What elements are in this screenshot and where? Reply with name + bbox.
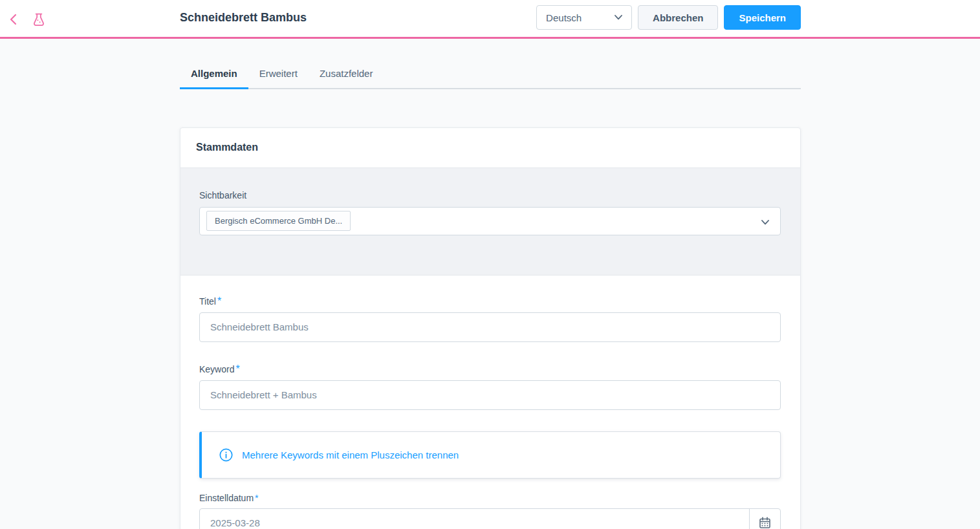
app-header: Schneidebrett Bambus Deutsch Abbrechen S…	[0, 0, 980, 39]
visibility-select[interactable]: Bergisch eCommerce GmbH De...	[199, 207, 781, 235]
required-asterisk: *	[235, 363, 239, 374]
visibility-label: Sichtbarkeit	[199, 190, 246, 200]
chevron-left-icon	[8, 12, 18, 27]
visibility-section: Sichtbarkeit Bergisch eCommerce GmbH De.…	[180, 167, 800, 275]
required-asterisk: *	[255, 493, 258, 503]
tab-erweitert[interactable]: Erweitert	[248, 68, 309, 89]
keyword-input[interactable]	[199, 380, 781, 410]
keyword-field: Keyword*	[199, 363, 781, 410]
language-select[interactable]: Deutsch	[536, 5, 632, 30]
calendar-button[interactable]	[749, 509, 780, 529]
experimental-flask-icon[interactable]	[31, 11, 47, 28]
title-input[interactable]	[199, 312, 781, 342]
info-icon	[219, 448, 233, 462]
page-title: Schneidebrett Bambus	[180, 11, 307, 25]
flask-icon	[32, 12, 45, 27]
stammdaten-card: Stammdaten Sichtbarkeit Bergisch eCommer…	[180, 127, 801, 529]
required-asterisk: *	[217, 296, 221, 307]
keyword-hint-text: Mehrere Keywords mit einem Pluszeichen t…	[242, 449, 459, 460]
keyword-label: Keyword	[199, 364, 234, 374]
card-title: Stammdaten	[196, 142, 258, 153]
title-label: Titel	[199, 296, 216, 307]
tab-allgemein[interactable]: Allgemein	[180, 68, 248, 89]
tab-bar: Allgemein Erweitert Zusatzfelder	[180, 68, 801, 89]
title-field: Titel*	[199, 296, 781, 342]
keyword-hint-alert: Mehrere Keywords mit einem Pluszeichen t…	[199, 431, 781, 479]
release-date-input[interactable]	[200, 509, 749, 529]
chevron-down-icon	[615, 15, 622, 20]
chevron-down-icon	[761, 220, 769, 225]
language-select-value: Deutsch	[546, 12, 582, 23]
tab-zusatzfelder[interactable]: Zusatzfelder	[309, 68, 384, 89]
main-content: Allgemein Erweitert Zusatzfelder Stammda…	[0, 68, 980, 529]
calendar-icon	[759, 517, 771, 529]
release-date-label: Einstelldatum	[199, 493, 254, 503]
back-button[interactable]	[5, 11, 21, 28]
visibility-selected-tag[interactable]: Bergisch eCommerce GmbH De...	[206, 211, 351, 231]
release-date-field: Einstelldatum*	[199, 493, 781, 529]
save-button[interactable]: Speichern	[724, 5, 801, 30]
cancel-button[interactable]: Abbrechen	[638, 5, 718, 30]
